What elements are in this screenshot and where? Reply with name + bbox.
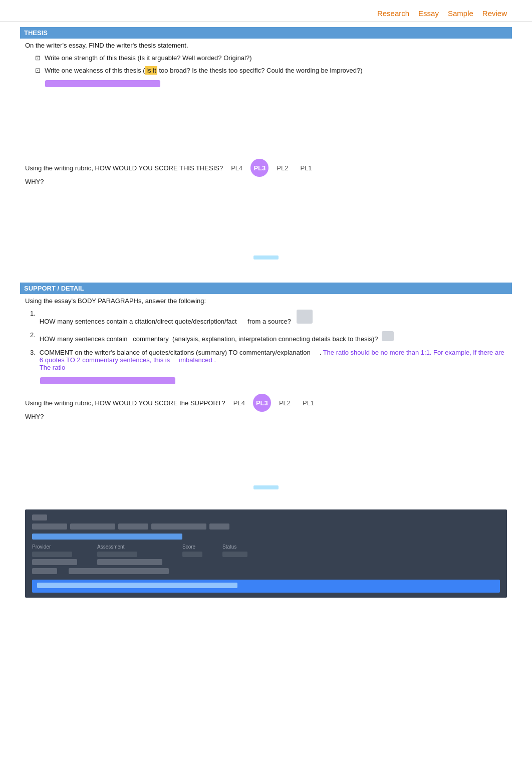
bottom-col-1-label: Provider xyxy=(32,544,77,550)
bottom-detail-row xyxy=(32,568,500,576)
bottom-row-2 xyxy=(32,524,500,530)
bottom-col-2-value xyxy=(97,552,137,557)
bottom-link-row xyxy=(32,534,500,541)
bottom-col-1-text xyxy=(32,559,77,565)
nav-essay[interactable]: Essay xyxy=(418,9,439,18)
thesis-score-pl3[interactable]: PL3 xyxy=(250,159,269,177)
thesis-header: THESIS xyxy=(20,27,512,39)
support-item-3-content: COMMENT on the writer's balance of quote… xyxy=(40,349,507,371)
support-comment-body: on the writer's balance of quotes/citati… xyxy=(75,349,323,356)
support-numbered-list: 1. HOW many sentences contain a citation… xyxy=(25,310,507,371)
support-item-2-text: HOW many sentences contain commentary (a… xyxy=(40,331,394,343)
nav-sample[interactable]: Sample xyxy=(448,9,473,18)
thesis-score-pl2[interactable]: PL2 xyxy=(273,163,292,173)
support-item-3-num: 3. xyxy=(30,349,36,356)
support-ratio-note: The ratio xyxy=(40,364,65,371)
support-why-writing-area xyxy=(25,422,507,482)
thesis-intro: On the writer's essay, FIND the writer's… xyxy=(25,42,507,49)
support-item-2-blur xyxy=(382,331,394,341)
bottom-blur-4 xyxy=(118,524,148,530)
bottom-col-2: Assessment xyxy=(97,544,162,565)
thesis-section: THESIS On the writer's essay, FIND the w… xyxy=(25,27,507,259)
bottom-col-2-label: Assessment xyxy=(97,544,162,550)
bottom-table: Provider Assessment Score Status xyxy=(32,544,500,565)
support-blur-line xyxy=(253,485,279,489)
bullet-arrow-2: ⊡ xyxy=(35,67,41,74)
bottom-col-4: Status xyxy=(222,544,247,565)
bottom-col-1-value xyxy=(32,552,72,557)
bottom-blur-3 xyxy=(70,524,115,530)
bottom-row-1 xyxy=(32,514,500,520)
support-comment-text: COMMENT xyxy=(40,349,73,356)
bottom-link-blur xyxy=(32,534,182,540)
thesis-user-content-blur-1 xyxy=(45,80,160,87)
support-score-pl4[interactable]: PL4 xyxy=(229,398,249,408)
bottom-blur-6 xyxy=(209,524,229,530)
bottom-blur-5 xyxy=(151,524,206,530)
support-score-pl1[interactable]: PL1 xyxy=(299,398,318,408)
support-imbalanced-text: imbalanced . xyxy=(179,356,216,364)
thesis-bullets: ⊡ Write one strength of this thesis (Is … xyxy=(25,54,507,74)
bottom-blur-1 xyxy=(32,514,47,520)
support-why-label: WHY? xyxy=(25,413,507,420)
support-intro-text: Using xyxy=(25,297,42,305)
thesis-bullet-2: ⊡ Write one weakness of this thesis (Is … xyxy=(35,67,507,74)
bottom-blue-bar xyxy=(32,580,500,593)
nav-research[interactable]: Research xyxy=(377,9,409,18)
support-intro: Using the essay's BODY PARAGRAPHs, answe… xyxy=(25,297,507,305)
thesis-score-pl1[interactable]: PL1 xyxy=(296,163,316,173)
bottom-blue-text xyxy=(37,583,237,588)
bottom-blur-2 xyxy=(32,524,67,530)
page-content: THESIS On the writer's essay, FIND the w… xyxy=(0,22,532,613)
support-score-question: Using the writing rubric, HOW WOULD YOU … xyxy=(25,399,225,407)
bottom-col-4-value xyxy=(222,552,247,557)
bottom-col-1: Provider xyxy=(32,544,77,565)
support-user-content-blur xyxy=(40,377,175,384)
thesis-score-row: Using the writing rubric, HOW WOULD YOU … xyxy=(25,159,507,177)
thesis-writing-area xyxy=(25,94,507,154)
thesis-bullet-2-text: Write one weakness of this thesis (Is it… xyxy=(45,67,363,74)
bottom-col-4-label: Status xyxy=(222,544,247,550)
bottom-col-3-value xyxy=(182,552,202,557)
support-item-2: 2. HOW many sentences contain commentary… xyxy=(30,331,507,343)
thesis-score-question: Using the writing rubric, HOW WOULD YOU … xyxy=(25,164,223,172)
support-item-1-text: HOW many sentences contain a citation/di… xyxy=(40,310,313,325)
support-item-2-num: 2. xyxy=(30,331,36,339)
support-section: SUPPORT / DETAIL Using the essay's BODY … xyxy=(25,283,507,489)
thesis-score-pl4[interactable]: PL4 xyxy=(227,163,246,173)
thesis-why-writing-area xyxy=(25,187,507,252)
support-intro-body: the essay's BODY PARAGRAPHs, xyxy=(44,297,143,305)
thesis-why-label: WHY? xyxy=(25,178,507,185)
thesis-blur-line xyxy=(253,255,279,259)
thesis-bullet-1: ⊡ Write one strength of this thesis (Is … xyxy=(35,54,507,62)
support-score-row: Using the writing rubric, HOW WOULD YOU … xyxy=(25,394,507,412)
nav-review[interactable]: Review xyxy=(482,9,507,18)
bottom-col-3: Score xyxy=(182,544,202,565)
support-intro-answer: answer the following: xyxy=(145,297,206,305)
support-score-pl2[interactable]: PL2 xyxy=(275,398,295,408)
bottom-col-3-label: Score xyxy=(182,544,202,550)
bottom-detail-blur-2 xyxy=(69,568,169,574)
bullet-arrow-1: ⊡ xyxy=(35,54,41,62)
support-item-3: 3. COMMENT on the writer's balance of qu… xyxy=(30,349,507,371)
support-item-1-num: 1. xyxy=(30,310,36,317)
support-item-1-blur xyxy=(297,310,313,324)
support-header: SUPPORT / DETAIL xyxy=(20,283,512,294)
bottom-detail-blur-1 xyxy=(32,568,57,574)
bottom-col-2-text xyxy=(97,559,162,565)
support-score-container: Using the writing rubric, HOW WOULD YOU … xyxy=(25,394,507,420)
support-item-1: 1. HOW many sentences contain a citation… xyxy=(30,310,507,325)
thesis-bullet-1-text: Write one strength of this thesis (Is it… xyxy=(45,54,252,62)
support-score-pl3[interactable]: PL3 xyxy=(253,394,271,412)
bottom-blurred-section: Provider Assessment Score Status xyxy=(25,509,507,598)
top-navigation: Research Essay Sample Review xyxy=(0,0,532,22)
